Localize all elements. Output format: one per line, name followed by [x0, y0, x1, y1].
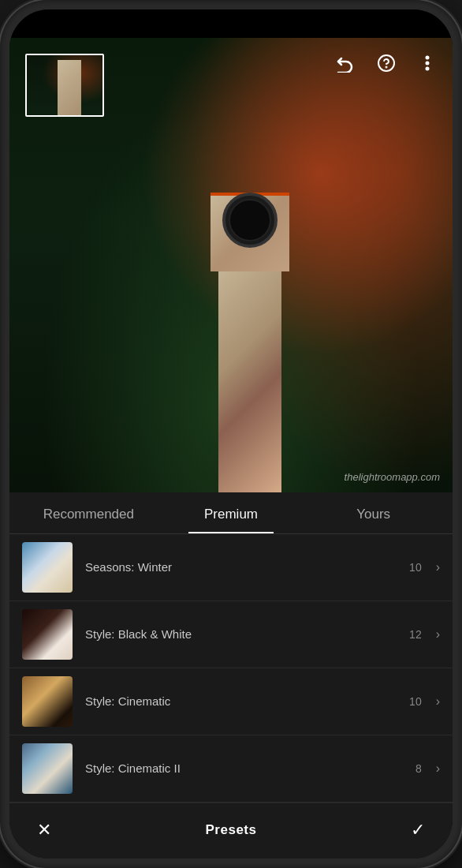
svg-point-1	[386, 67, 387, 68]
preset-item-3[interactable]: Style: Cinematic 10 ›	[9, 668, 453, 735]
close-button[interactable]: ✕	[28, 814, 60, 846]
clock-tower	[203, 193, 297, 492]
phone-frame: thelightroomapp.com Recommended Premium …	[0, 0, 462, 868]
undo-button[interactable]	[331, 49, 360, 77]
preset-right-4: 8 ›	[415, 761, 440, 776]
top-actions	[331, 49, 442, 77]
preset-item-1[interactable]: Seasons: Winter 10 ›	[9, 534, 453, 601]
more-icon	[418, 54, 437, 73]
preset-count-4: 8	[415, 762, 422, 775]
tab-premium[interactable]: Premium	[160, 492, 303, 533]
preset-right-3: 10 ›	[409, 694, 440, 709]
confirm-button[interactable]: ✓	[402, 814, 434, 846]
tower-clock-face	[222, 193, 278, 248]
chevron-icon-1: ›	[436, 560, 440, 574]
bottom-panel: Recommended Premium Yours Seasons: Winte…	[9, 492, 453, 859]
chevron-icon-3: ›	[436, 694, 440, 709]
status-bar	[9, 9, 453, 38]
bottom-title: Presets	[206, 822, 257, 838]
preset-thumbnail-2	[22, 609, 73, 660]
preset-count-3: 10	[409, 695, 422, 708]
preset-info-2: Style: Black & White	[85, 627, 409, 642]
tab-yours[interactable]: Yours	[302, 492, 445, 533]
preset-name-1: Seasons: Winter	[85, 560, 172, 574]
preset-info-4: Style: Cinematic II	[85, 761, 415, 776]
original-thumbnail	[25, 54, 104, 117]
svg-point-4	[427, 68, 429, 70]
preset-thumbnail-3	[22, 676, 73, 727]
undo-icon	[336, 54, 355, 73]
preset-info-3: Style: Cinematic	[85, 694, 409, 709]
camera-notch	[223, 16, 239, 32]
preset-count-2: 12	[409, 628, 422, 641]
preset-item-2[interactable]: Style: Black & White 12 ›	[9, 601, 453, 668]
thumbnail-image	[27, 55, 102, 115]
help-icon	[377, 54, 396, 73]
phone-screen: thelightroomapp.com Recommended Premium …	[9, 9, 453, 859]
help-button[interactable]	[372, 49, 401, 77]
preset-list: Seasons: Winter 10 › Style: Black & Whit…	[9, 534, 453, 803]
svg-point-3	[427, 62, 429, 65]
more-options-button[interactable]	[413, 49, 442, 77]
watermark: thelightroomapp.com	[345, 471, 440, 483]
thumbnail-tower	[58, 60, 81, 115]
preset-thumbnail-4	[22, 743, 73, 794]
svg-point-2	[427, 57, 429, 59]
preset-right-1: 10 ›	[409, 560, 440, 574]
preset-name-3: Style: Cinematic	[85, 694, 170, 708]
preset-info-1: Seasons: Winter	[85, 560, 409, 574]
preset-name-4: Style: Cinematic II	[85, 761, 181, 775]
chevron-icon-2: ›	[436, 627, 440, 642]
photo-preview: thelightroomapp.com	[9, 38, 453, 492]
preset-tabs: Recommended Premium Yours	[9, 492, 453, 534]
bottom-bar: ✕ Presets ✓	[9, 803, 453, 859]
preset-item-4[interactable]: Style: Cinematic II 8 ›	[9, 735, 453, 803]
preset-count-1: 10	[409, 561, 422, 574]
preset-right-2: 12 ›	[409, 627, 440, 642]
chevron-icon-4: ›	[436, 761, 440, 776]
tab-recommended[interactable]: Recommended	[17, 492, 160, 533]
tower-body	[218, 256, 281, 492]
preset-thumbnail-1	[22, 542, 73, 593]
preset-name-2: Style: Black & White	[85, 627, 192, 641]
